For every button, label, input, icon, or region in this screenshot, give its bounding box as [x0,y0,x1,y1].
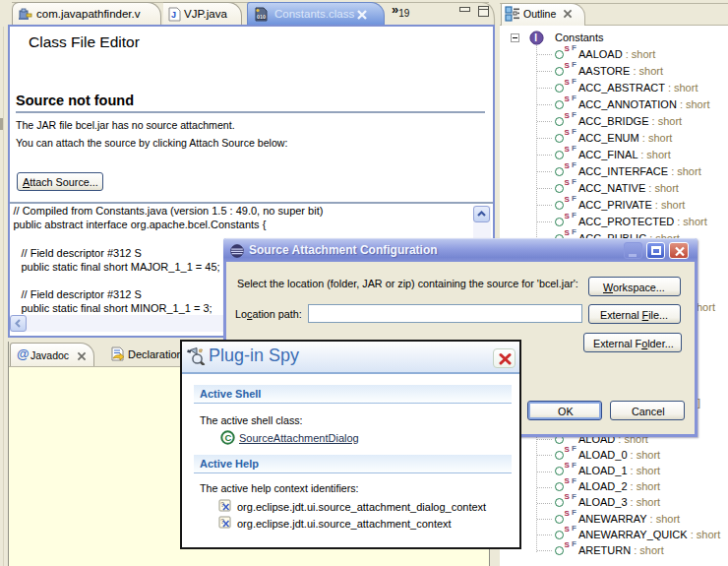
svg-text:C: C [224,432,231,443]
svg-text:I: I [534,32,537,43]
